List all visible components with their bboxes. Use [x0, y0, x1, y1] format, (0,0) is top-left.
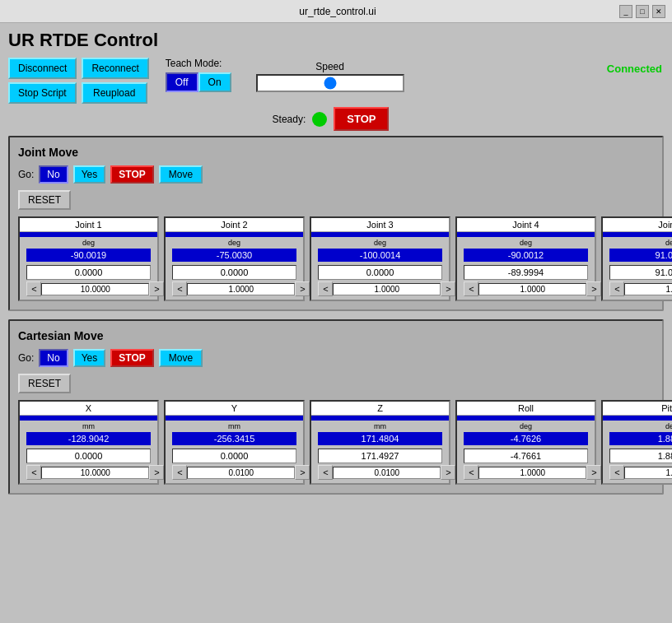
joint-go-no-button[interactable]: No — [39, 165, 68, 184]
stepper-val-2[interactable] — [333, 467, 441, 479]
stepper-val-4[interactable] — [624, 283, 672, 295]
joint-go-yes-button[interactable]: Yes — [73, 165, 106, 184]
joint-input-4[interactable] — [609, 265, 672, 280]
stop-script-button[interactable]: Stop Script — [8, 82, 77, 104]
joint-blue-bar-1 — [166, 232, 303, 237]
joint-stepper-1: < > — [172, 465, 296, 480]
title-bar-title: ur_rtde_control.ui — [56, 6, 619, 17]
joint-blue-bar-0 — [20, 416, 157, 421]
teach-mode-section: Teach Mode: Off On — [166, 58, 231, 92]
joint-unit-1: mm — [228, 422, 240, 430]
joint-stop-button[interactable]: STOP — [110, 165, 153, 184]
joint-stepper-3: < > — [464, 465, 587, 480]
speed-section: Speed — [256, 61, 404, 92]
cartesian-stop-button[interactable]: STOP — [110, 349, 153, 367]
stepper-val-0[interactable] — [41, 467, 149, 479]
stepper-val-0[interactable] — [41, 283, 149, 295]
stepper-dec-1[interactable]: < — [172, 281, 187, 296]
cartesian-go-no-button[interactable]: No — [39, 349, 68, 367]
stepper-dec-3[interactable]: < — [464, 281, 478, 296]
stepper-val-3[interactable] — [478, 467, 586, 479]
reupload-button[interactable]: Reupload — [82, 82, 147, 104]
speed-slider[interactable] — [256, 74, 404, 92]
joint-move-title: Joint Move — [18, 146, 654, 159]
stepper-dec-2[interactable]: < — [318, 281, 333, 296]
joint-current-value-3: -90.0012 — [464, 249, 587, 262]
teach-mode-label: Teach Mode: — [166, 58, 222, 69]
stepper-dec-0[interactable]: < — [26, 465, 41, 480]
teach-on-button[interactable]: On — [198, 72, 231, 92]
restore-button[interactable]: □ — [636, 5, 649, 18]
stepper-inc-2[interactable]: > — [441, 465, 455, 480]
stepper-val-3[interactable] — [478, 283, 586, 295]
button-group: Disconnect Reconnect Stop Script Reuploa… — [8, 58, 149, 104]
joint-header-1: Joint 2 — [166, 218, 303, 232]
stepper-inc-0[interactable]: > — [149, 281, 164, 296]
joint-blue-bar-3 — [457, 416, 595, 421]
stepper-dec-3[interactable]: < — [464, 465, 478, 480]
stepper-dec-1[interactable]: < — [172, 465, 187, 480]
stepper-inc-1[interactable]: > — [295, 465, 310, 480]
joint-current-value-4: 1.8876 — [609, 432, 672, 445]
joint-stepper-2: < > — [318, 465, 441, 480]
stepper-inc-3[interactable]: > — [586, 465, 601, 480]
cartesian-go-yes-button[interactable]: Yes — [73, 349, 106, 367]
joint-blue-bar-0 — [20, 232, 157, 237]
joint-unit-2: deg — [374, 239, 386, 247]
joint-input-2[interactable] — [318, 265, 441, 280]
joint-input-1[interactable] — [172, 265, 296, 280]
joint-input-2[interactable] — [318, 449, 441, 463]
joint-card-1: Y mm -256.3415 < > — [164, 400, 305, 485]
joint-stepper-0: < > — [26, 465, 150, 480]
joint-unit-4: deg — [665, 239, 672, 247]
stepper-inc-0[interactable]: > — [149, 465, 164, 480]
joint-current-value-2: -100.0014 — [318, 249, 441, 262]
joint-current-value-4: 91.0007 — [609, 249, 672, 262]
main-stop-button[interactable]: STOP — [334, 107, 389, 131]
joint-unit-2: mm — [374, 422, 386, 430]
axes-row: X mm -128.9042 < > Y mm -256.3415 < > Z — [18, 400, 654, 485]
stepper-val-4[interactable] — [624, 467, 672, 479]
joint-input-3[interactable] — [464, 449, 587, 463]
stepper-val-2[interactable] — [333, 283, 441, 295]
reconnect-button[interactable]: Reconnect — [82, 58, 148, 79]
connected-label: Connected — [607, 63, 662, 75]
cartesian-move-title: Cartesian Move — [18, 329, 654, 342]
joint-current-value-2: 171.4804 — [318, 432, 441, 445]
stepper-dec-4[interactable]: < — [609, 465, 624, 480]
stepper-val-1[interactable] — [187, 283, 295, 295]
joint-reset-button[interactable]: RESET — [18, 190, 71, 210]
disconnect-button[interactable]: Disconnect — [8, 58, 77, 79]
cartesian-move-section: Cartesian Move Go: No Yes STOP Move RESE… — [8, 319, 664, 495]
joint-blue-bar-4 — [603, 416, 672, 421]
cartesian-move-button[interactable]: Move — [159, 349, 203, 367]
speed-slider-container — [256, 74, 404, 92]
teach-off-button[interactable]: Off — [166, 72, 198, 92]
joint-card-4: Pitch deg 1.8876 < > — [601, 400, 672, 485]
stepper-dec-4[interactable]: < — [609, 281, 624, 296]
stepper-dec-0[interactable]: < — [26, 281, 41, 296]
joint-input-1[interactable] — [172, 449, 296, 463]
joint-current-value-1: -256.3415 — [172, 432, 296, 445]
joint-input-0[interactable] — [26, 449, 150, 463]
stepper-inc-2[interactable]: > — [441, 281, 455, 296]
stepper-dec-2[interactable]: < — [318, 465, 333, 480]
stepper-val-1[interactable] — [187, 467, 295, 479]
title-bar: ur_rtde_control.ui _ □ ✕ — [0, 0, 672, 23]
close-button[interactable]: ✕ — [652, 5, 665, 18]
minimize-button[interactable]: _ — [619, 5, 632, 18]
stepper-inc-3[interactable]: > — [586, 281, 601, 296]
joint-input-4[interactable] — [609, 449, 672, 463]
joint-unit-4: deg — [665, 422, 672, 430]
cartesian-reset-button[interactable]: RESET — [18, 374, 71, 393]
joint-unit-3: deg — [520, 422, 532, 430]
joint-move-button[interactable]: Move — [159, 165, 203, 184]
stepper-inc-1[interactable]: > — [295, 281, 310, 296]
joint-input-3[interactable] — [464, 265, 587, 280]
joint-blue-bar-2 — [311, 416, 449, 421]
joint-stepper-4: < > — [609, 465, 672, 480]
joint-stepper-4: < > — [609, 281, 672, 296]
joint-header-2: Z — [311, 402, 449, 416]
joint-stepper-1: < > — [172, 281, 296, 296]
joint-input-0[interactable] — [26, 265, 150, 280]
